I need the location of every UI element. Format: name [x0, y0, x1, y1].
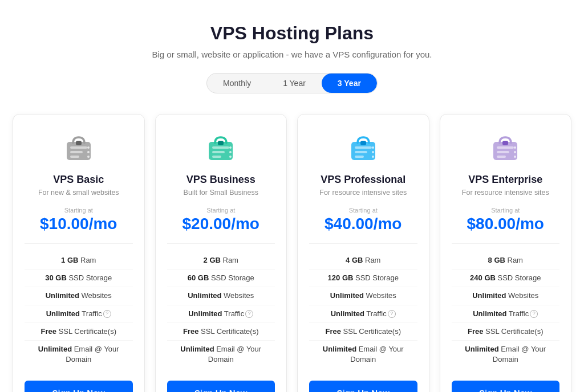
svg-point-30: [514, 156, 516, 158]
plan-card-business: VPS Business Built for Small Business St…: [155, 114, 287, 392]
feature-item: 30 GB SSD Storage: [25, 270, 133, 287]
page-subtitle: Big or small, website or application - w…: [11, 50, 573, 59]
svg-point-12: [229, 146, 232, 149]
svg-point-29: [514, 151, 516, 153]
svg-rect-23: [355, 156, 364, 158]
feature-item: Unlimited Websites: [167, 287, 275, 305]
feature-item: Unlimited Email @ Your Domain: [167, 341, 275, 368]
features-list-business: 2 GB Ram 60 GB SSD Storage Unlimited Web…: [167, 243, 275, 368]
svg-point-5: [87, 151, 90, 153]
svg-point-21: [372, 151, 374, 153]
feature-item: Unlimited Websites: [25, 287, 133, 305]
feature-item: Free SSL Certificate(s): [309, 323, 417, 341]
toggle-3year[interactable]: 3 Year: [322, 74, 377, 93]
toggle-group: Monthly 1 Year 3 Year: [206, 73, 378, 93]
feature-item: Unlimited Traffic?: [452, 305, 560, 323]
signup-button-enterprise[interactable]: Sign Up Now: [452, 381, 560, 392]
features-list-basic: 1 GB Ram 30 GB SSD Storage Unlimited Web…: [25, 243, 133, 368]
svg-rect-9: [218, 141, 224, 145]
plan-card-enterprise: VPS Enterprise For resource intensive si…: [440, 114, 572, 392]
feature-item: Unlimited Email @ Your Domain: [309, 341, 417, 368]
signup-button-business[interactable]: Sign Up Now: [167, 381, 275, 392]
info-icon[interactable]: ?: [388, 310, 396, 318]
svg-point-4: [87, 146, 90, 149]
starting-at-label-business: Starting at: [206, 207, 235, 214]
svg-rect-17: [360, 141, 366, 145]
feature-item: Unlimited Email @ Your Domain: [25, 341, 133, 368]
page-header: VPS Hosting Plans Big or small, website …: [11, 23, 573, 59]
plan-icon-enterprise: [485, 130, 525, 165]
starting-at-label-professional: Starting at: [349, 207, 378, 214]
svg-rect-18: [355, 146, 372, 149]
plan-tagline-basic: For new & small websites: [38, 189, 119, 197]
plan-name-enterprise: VPS Enterprise: [468, 174, 542, 186]
svg-rect-10: [212, 146, 229, 149]
svg-point-13: [229, 151, 232, 153]
toggle-1year[interactable]: 1 Year: [267, 74, 322, 93]
feature-item: 8 GB Ram: [452, 252, 560, 270]
feature-item: 60 GB SSD Storage: [167, 270, 275, 287]
plan-name-professional: VPS Professional: [321, 174, 405, 186]
plan-name-business: VPS Business: [186, 174, 256, 186]
page-title: VPS Hosting Plans: [11, 23, 573, 44]
feature-item: Free SSL Certificate(s): [25, 323, 133, 341]
feature-item: Unlimited Email @ Your Domain: [452, 341, 560, 368]
svg-rect-7: [70, 156, 79, 158]
signup-button-basic[interactable]: Sign Up Now: [25, 381, 133, 392]
svg-point-6: [87, 156, 90, 158]
info-icon[interactable]: ?: [245, 310, 253, 318]
plan-tagline-enterprise: For resource intensive sites: [462, 189, 549, 197]
feature-item: Unlimited Traffic?: [309, 305, 417, 323]
feature-item: Free SSL Certificate(s): [167, 323, 275, 341]
billing-toggle: Monthly 1 Year 3 Year: [11, 73, 573, 93]
starting-at-label-enterprise: Starting at: [491, 207, 520, 214]
info-icon[interactable]: ?: [103, 310, 111, 318]
plan-icon-professional: [343, 130, 383, 165]
feature-item: 240 GB SSD Storage: [452, 270, 560, 287]
feature-item: 4 GB Ram: [309, 252, 417, 270]
starting-at-label-basic: Starting at: [64, 207, 93, 214]
svg-point-28: [514, 146, 516, 149]
feature-item: Unlimited Websites: [309, 287, 417, 305]
plan-tagline-business: Built for Small Business: [184, 189, 258, 197]
svg-rect-31: [497, 156, 506, 158]
svg-rect-2: [70, 146, 87, 149]
feature-item: 120 GB SSD Storage: [309, 270, 417, 287]
svg-point-20: [372, 146, 374, 149]
feature-item: Unlimited Websites: [452, 287, 560, 305]
svg-rect-25: [502, 141, 508, 145]
plan-price-business: $20.00/mo: [182, 215, 259, 233]
features-list-enterprise: 8 GB Ram 240 GB SSD Storage Unlimited We…: [452, 243, 560, 368]
svg-rect-27: [497, 151, 509, 153]
plan-icon-basic: [59, 130, 99, 165]
svg-rect-3: [70, 151, 83, 153]
plan-price-enterprise: $80.00/mo: [467, 215, 544, 233]
plan-price-professional: $40.00/mo: [325, 215, 402, 233]
svg-point-14: [229, 156, 232, 158]
svg-point-22: [372, 156, 374, 158]
plan-icon-business: [201, 130, 241, 165]
feature-item: 2 GB Ram: [167, 252, 275, 270]
plan-price-basic: $10.00/mo: [40, 215, 117, 233]
toggle-monthly[interactable]: Monthly: [207, 74, 267, 93]
feature-item: Unlimited Traffic?: [25, 305, 133, 323]
plan-card-basic: VPS Basic For new & small websites Start…: [13, 114, 145, 392]
svg-rect-15: [212, 156, 221, 158]
svg-rect-26: [497, 146, 514, 149]
info-icon[interactable]: ?: [530, 310, 538, 318]
feature-item: Unlimited Traffic?: [167, 305, 275, 323]
plans-grid: VPS Basic For new & small websites Start…: [13, 114, 571, 392]
svg-rect-19: [355, 151, 367, 153]
features-list-professional: 4 GB Ram 120 GB SSD Storage Unlimited We…: [309, 243, 417, 368]
plan-card-professional: VPS Professional For resource intensive …: [297, 114, 429, 392]
feature-item: Free SSL Certificate(s): [452, 323, 560, 341]
svg-rect-1: [76, 141, 82, 145]
signup-button-professional[interactable]: Sign Up Now: [309, 381, 417, 392]
svg-rect-11: [212, 151, 225, 153]
feature-item: 1 GB Ram: [25, 252, 133, 270]
plan-name-basic: VPS Basic: [53, 174, 104, 186]
plan-tagline-professional: For resource intensive sites: [319, 189, 407, 197]
